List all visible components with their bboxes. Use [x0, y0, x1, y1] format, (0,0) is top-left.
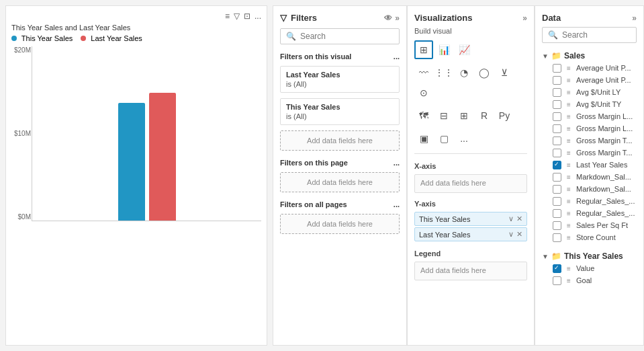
tree-item-9[interactable]: ≡ Markdown_Sal...: [542, 171, 637, 183]
checkbox-13[interactable]: [553, 221, 561, 230]
checkbox-5[interactable]: [553, 124, 561, 133]
filter-card-last-year[interactable]: Last Year Sales is (All): [280, 66, 400, 93]
tree-item-14[interactable]: ≡ Store Count: [542, 231, 637, 243]
expand-icon[interactable]: ⊡: [244, 11, 250, 21]
eye-icon[interactable]: 👁: [384, 13, 392, 23]
checkbox-4[interactable]: [553, 112, 561, 121]
checkbox-1[interactable]: [553, 76, 561, 85]
field-icon-0: ≡: [564, 63, 573, 73]
viz-icon-gauge[interactable]: ⊙: [414, 83, 433, 102]
remove-field-icon[interactable]: ✕: [516, 214, 522, 223]
data-search-box[interactable]: 🔍: [542, 27, 637, 43]
field-icon-3: ≡: [564, 100, 573, 109]
chart-legend: This Year Sales Last Year Sales: [11, 34, 261, 42]
checkbox-10[interactable]: [553, 185, 561, 194]
visualizations-panel: Visualizations » Build visual ⊞ 📊 📈 〰 ⋮⋮…: [407, 5, 535, 346]
expand-data-icon[interactable]: »: [632, 13, 637, 23]
tree-item-11[interactable]: ≡ Regular_Sales_...: [542, 195, 637, 207]
viz-icon-kpi[interactable]: ▣: [414, 129, 433, 148]
add-data-fields-all[interactable]: Add data fields here: [280, 214, 400, 234]
checkbox-2[interactable]: [553, 88, 561, 97]
chevron-sales: ▼: [542, 52, 549, 60]
data-search-icon: 🔍: [548, 30, 558, 40]
more-options-icon[interactable]: ...: [255, 11, 261, 21]
viz-icon-line[interactable]: 📈: [455, 40, 473, 59]
viz-icon-r[interactable]: R: [475, 106, 494, 125]
chevron-down-icon-2[interactable]: ∨: [508, 230, 514, 239]
tree-item-1[interactable]: ≡ Average Unit P...: [542, 74, 637, 86]
viz-icon-bar[interactable]: 📊: [434, 40, 453, 59]
hamburger-icon[interactable]: ≡: [225, 11, 230, 21]
tree-item-6[interactable]: ≡ Gross Margin T...: [542, 134, 637, 147]
viz-icons-row-3: 🗺 ⊟ ⊞ R Py: [414, 106, 527, 125]
viz-icon-area[interactable]: 〰: [414, 63, 433, 82]
checkbox-6[interactable]: [553, 136, 561, 145]
viz-icon-matrix[interactable]: ⊞: [455, 106, 473, 125]
legend-this-year: This Year Sales: [11, 34, 73, 42]
bar-this-year[interactable]: [118, 103, 145, 221]
viz-icon-scatter[interactable]: ⋮⋮: [434, 63, 453, 82]
remove-field-icon-2[interactable]: ✕: [516, 230, 522, 239]
tree-item-13[interactable]: ≡ Sales Per Sq Ft: [542, 219, 637, 231]
filter-icon[interactable]: ▽: [234, 11, 240, 21]
filter-card-this-year[interactable]: This Year Sales is (All): [280, 98, 400, 125]
field-icon-13: ≡: [564, 221, 573, 230]
legend-dot-blue: [11, 36, 17, 41]
tree-item-8[interactable]: ≡ Last Year Sales: [542, 159, 637, 171]
legend-label: Legend: [414, 249, 527, 258]
tree-group-header-sales[interactable]: ▼ 📁 Sales: [542, 50, 637, 62]
viz-icon-donut[interactable]: ◯: [475, 63, 494, 82]
checkbox-8[interactable]: [553, 161, 561, 169]
y-axis-field-last-year[interactable]: Last Year Sales ∨ ✕: [414, 227, 527, 241]
checkbox-3[interactable]: [553, 100, 561, 109]
tree-group-header-this-year[interactable]: ▼ 📁 This Year Sales: [542, 250, 637, 262]
checkbox-12[interactable]: [553, 209, 561, 218]
checkbox-value[interactable]: [553, 264, 561, 273]
viz-icon-more[interactable]: ...: [455, 129, 473, 148]
field-icon-7: ≡: [564, 148, 573, 157]
checkbox-goal[interactable]: [553, 276, 561, 285]
tree-item-goal[interactable]: ≡ Goal: [542, 274, 637, 286]
y-axis-field-this-year[interactable]: This Year Sales ∨ ✕: [414, 212, 527, 226]
y-axis-fields: This Year Sales ∨ ✕ Last Year Sales ∨ ✕: [414, 212, 527, 243]
tree-item-12[interactable]: ≡ Regular_Sales_...: [542, 207, 637, 219]
tree-item-value[interactable]: ≡ Value: [542, 262, 637, 274]
tree-item-2[interactable]: ≡ Avg $/Unit LY: [542, 86, 637, 98]
chevron-down-icon[interactable]: ∨: [508, 214, 514, 223]
viz-icon-py[interactable]: Py: [495, 106, 514, 125]
expand-viz-icon[interactable]: »: [522, 13, 527, 23]
tree-item-7[interactable]: ≡ Gross Margin T...: [542, 147, 637, 159]
tree-item-10[interactable]: ≡ Markdown_Sal...: [542, 183, 637, 195]
bar-last-year[interactable]: [149, 93, 176, 221]
x-axis-drop-area[interactable]: Add data fields here: [414, 174, 527, 193]
tree-item-3[interactable]: ≡ Avg $/Unit TY: [542, 98, 637, 110]
legend-drop-area[interactable]: Add data fields here: [414, 262, 527, 280]
expand-filters-icon[interactable]: »: [395, 13, 400, 23]
tree-item-0[interactable]: ≡ Average Unit P...: [542, 62, 637, 74]
filters-search-box[interactable]: 🔍: [280, 28, 400, 44]
tree-item-4[interactable]: ≡ Gross Margin L...: [542, 110, 637, 122]
viz-icon-treemap[interactable]: ⊟: [434, 106, 453, 125]
viz-icon-funnel[interactable]: ⊻: [495, 63, 514, 82]
add-data-fields-page[interactable]: Add data fields here: [280, 172, 400, 192]
filters-search-input[interactable]: [300, 32, 394, 41]
viz-icon-map[interactable]: 🗺: [414, 106, 433, 125]
filters-header-icons: 👁 »: [384, 13, 400, 23]
add-data-fields-visual[interactable]: Add data fields here: [280, 130, 400, 151]
tree-item-5[interactable]: ≡ Gross Margin L...: [542, 122, 637, 134]
legend-dot-red: [81, 36, 86, 41]
checkbox-9[interactable]: [553, 173, 561, 182]
filters-on-visual-more[interactable]: ...: [394, 52, 400, 61]
viz-icon-pie[interactable]: ◔: [455, 63, 473, 82]
field-icon-5: ≡: [564, 124, 573, 133]
checkbox-7[interactable]: [553, 149, 561, 157]
data-search-input[interactable]: [562, 30, 631, 40]
viz-icon-table[interactable]: ⊞: [414, 40, 433, 59]
checkbox-0[interactable]: [553, 64, 561, 73]
viz-icon-card[interactable]: ▢: [434, 129, 453, 148]
filters-on-page-more[interactable]: ...: [394, 159, 400, 167]
filter-funnel-icon: ▽: [280, 13, 287, 23]
filters-on-all-more[interactable]: ...: [394, 200, 400, 208]
checkbox-11[interactable]: [553, 197, 561, 206]
checkbox-14[interactable]: [553, 233, 561, 242]
